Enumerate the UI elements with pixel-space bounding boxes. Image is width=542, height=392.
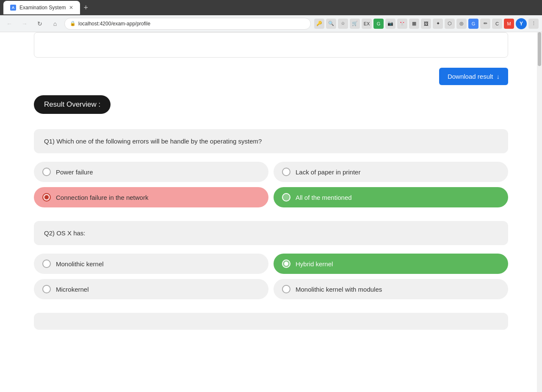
ext4-icon[interactable]: 🎌 bbox=[397, 19, 407, 29]
question-2-options: Monolithic kernel Hybrid kernel Microker… bbox=[34, 254, 508, 299]
tab-favicon: A bbox=[10, 5, 16, 11]
profile-icon[interactable]: Y bbox=[516, 18, 527, 29]
q2-option-c-radio bbox=[42, 285, 51, 293]
ext5-icon[interactable]: ▦ bbox=[409, 19, 419, 29]
scrollbar[interactable] bbox=[537, 32, 542, 392]
toolbar-icons: 🔑 🔍 ☆ 🛒 EX G 📷 🎌 ▦ 🖼 ✦ ⬡ ◎ G ✏ C M Y ⋮ bbox=[314, 18, 539, 29]
q2-option-a-label: Monolithic kernel bbox=[56, 260, 104, 268]
ext12-icon[interactable]: C bbox=[492, 19, 502, 29]
q2-option-a-radio bbox=[42, 259, 51, 268]
bottom-partial-card bbox=[34, 313, 508, 330]
question-1-options: Power failure Lack of paper in printer C… bbox=[34, 162, 508, 207]
url-text: localhost:4200/exam-app/profile bbox=[78, 21, 150, 27]
new-tab-button[interactable]: + bbox=[83, 3, 88, 12]
ext9-icon[interactable]: ◎ bbox=[456, 19, 467, 29]
ext6-icon[interactable]: 🖼 bbox=[421, 19, 431, 29]
download-result-button[interactable]: Download result ↓ bbox=[439, 68, 508, 85]
back-button[interactable]: ← bbox=[3, 18, 15, 30]
q2-option-c[interactable]: Microkernel bbox=[34, 279, 268, 299]
q1-option-d[interactable]: All of the mentioned bbox=[274, 187, 508, 207]
result-overview-badge: Result Overview : bbox=[34, 95, 111, 114]
question-1-block: Q1) Which one of the following errors wi… bbox=[34, 129, 508, 153]
menu-icon[interactable]: ⋮ bbox=[528, 19, 539, 29]
ext1-icon[interactable]: EX bbox=[362, 19, 372, 29]
q1-option-d-label: All of the mentioned bbox=[296, 194, 352, 201]
q2-option-d-radio bbox=[282, 285, 290, 293]
tab-title: Examination System bbox=[19, 5, 66, 11]
q2-option-c-label: Microkernel bbox=[56, 286, 89, 293]
q1-option-a[interactable]: Power failure bbox=[34, 162, 268, 182]
q1-option-b-radio bbox=[282, 168, 290, 176]
lock-icon: 🔒 bbox=[70, 21, 76, 26]
q2-option-a[interactable]: Monolithic kernel bbox=[34, 254, 268, 274]
q2-option-d-label: Monolithic kernel with modules bbox=[296, 286, 382, 293]
q1-option-a-label: Power failure bbox=[56, 168, 93, 176]
ext3-icon[interactable]: 📷 bbox=[385, 19, 395, 29]
q2-option-b-radio bbox=[282, 259, 290, 268]
q1-option-d-radio bbox=[282, 193, 290, 202]
q2-option-b[interactable]: Hybrid kernel bbox=[274, 254, 508, 274]
zoom-icon[interactable]: 🔍 bbox=[326, 19, 336, 29]
ext11-icon[interactable]: ✏ bbox=[480, 19, 490, 29]
ext2-icon[interactable]: G bbox=[373, 19, 384, 29]
page-content: Download result ↓ Result Overview : Q1) … bbox=[0, 32, 542, 392]
key-icon[interactable]: 🔑 bbox=[314, 19, 324, 29]
home-button[interactable]: ⌂ bbox=[49, 18, 61, 30]
ext10-icon[interactable]: G bbox=[468, 19, 478, 29]
download-arrow-icon: ↓ bbox=[497, 73, 500, 80]
download-section: Download result ↓ bbox=[34, 68, 508, 85]
address-bar[interactable]: 🔒 localhost:4200/exam-app/profile bbox=[64, 18, 311, 30]
address-bar-row: ← → ↻ ⌂ 🔒 localhost:4200/exam-app/profil… bbox=[0, 15, 542, 32]
download-result-label: Download result bbox=[448, 73, 493, 80]
reload-button[interactable]: ↻ bbox=[34, 18, 46, 30]
q1-option-c-label: Connection failure in the network bbox=[56, 194, 148, 201]
question-1-text: Q1) Which one of the following errors wi… bbox=[44, 138, 262, 145]
bookmark-star-icon[interactable]: ☆ bbox=[338, 19, 348, 29]
q1-option-a-radio bbox=[42, 168, 51, 176]
active-tab[interactable]: A Examination System ✕ bbox=[3, 1, 80, 14]
tab-bar: A Examination System ✕ + bbox=[3, 1, 88, 14]
tab-close-button[interactable]: ✕ bbox=[69, 5, 73, 11]
q1-option-c-radio bbox=[42, 193, 51, 202]
browser-chrome: A Examination System ✕ + bbox=[0, 0, 542, 15]
cart-icon[interactable]: 🛒 bbox=[350, 19, 360, 29]
question-2-block: Q2) OS X has: bbox=[34, 221, 508, 245]
question-2-text: Q2) OS X has: bbox=[44, 229, 86, 237]
forward-button[interactable]: → bbox=[19, 18, 30, 30]
q2-option-b-label: Hybrid kernel bbox=[296, 260, 333, 268]
ext13-icon[interactable]: M bbox=[504, 19, 514, 29]
q1-option-b[interactable]: Lack of paper in printer bbox=[274, 162, 508, 182]
scrollbar-thumb[interactable] bbox=[538, 32, 541, 66]
q1-option-c[interactable]: Connection failure in the network bbox=[34, 187, 268, 207]
q2-option-d[interactable]: Monolithic kernel with modules bbox=[274, 279, 508, 299]
ext8-icon[interactable]: ⬡ bbox=[445, 19, 455, 29]
q1-option-b-label: Lack of paper in printer bbox=[296, 168, 360, 176]
top-card bbox=[34, 32, 508, 58]
ext7-icon[interactable]: ✦ bbox=[433, 19, 443, 29]
